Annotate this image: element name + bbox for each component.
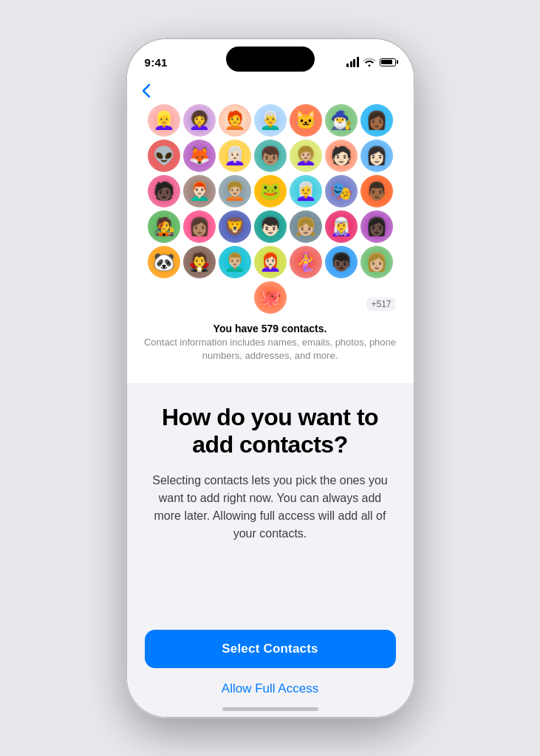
headline: How do you want to add contacts? bbox=[148, 404, 393, 458]
avatar: 👩🏽 bbox=[183, 210, 216, 243]
avatar: 🧙‍♂️ bbox=[325, 104, 358, 137]
avatar: 🧑🏼‍🦱 bbox=[219, 175, 251, 207]
avatar: 👩🏻‍🦳 bbox=[219, 140, 251, 172]
avatar: 👧🏼 bbox=[290, 210, 322, 243]
status-time: 9:41 bbox=[145, 56, 168, 69]
avatar: 🐱 bbox=[290, 104, 322, 137]
avatar: 👩‍🦳 bbox=[290, 175, 322, 207]
avatar: 👩🏼‍🦱 bbox=[290, 140, 322, 172]
avatar: 🐙 bbox=[254, 281, 287, 314]
avatar: 🧑🏿 bbox=[148, 175, 180, 207]
avatar: 👨‍🦳 bbox=[254, 104, 287, 137]
avatar: 👩🏿 bbox=[360, 210, 393, 243]
avatar: 👩🏾 bbox=[360, 104, 393, 137]
contacts-section: 👱‍♀️👩‍🦱🧑‍🦰👨‍🦳🐱🧙‍♂️👩🏾👽🦊👩🏻‍🦳👦🏽👩🏼‍🦱🧑🏻👩🏻🧑🏿👨🏻… bbox=[127, 75, 414, 383]
wifi-icon bbox=[363, 58, 375, 66]
more-badge: +517 bbox=[366, 298, 395, 311]
signal-bars-icon bbox=[346, 57, 359, 67]
avatar: 👩🏼 bbox=[360, 246, 393, 278]
select-contacts-button[interactable]: Select Contacts bbox=[145, 630, 396, 668]
home-indicator bbox=[222, 707, 318, 711]
avatar: 👨🏾 bbox=[360, 175, 393, 207]
avatar: 🧛 bbox=[183, 246, 216, 278]
avatar: 🧑🏻 bbox=[325, 140, 358, 172]
chevron-left-icon bbox=[142, 83, 151, 98]
contacts-count: You have 579 contacts. bbox=[142, 323, 399, 334]
avatar: 👩🏻‍🦰 bbox=[254, 246, 287, 278]
buttons-area: Select Contacts Allow Full Access bbox=[127, 630, 414, 717]
avatar: 🧑‍🎤 bbox=[148, 210, 180, 243]
avatar: 🧜‍♀️ bbox=[290, 246, 322, 278]
avatar: 👨🏼‍🦱 bbox=[219, 246, 251, 278]
avatar: 🐼 bbox=[148, 246, 180, 278]
avatar: 🧝‍♀️ bbox=[325, 210, 358, 243]
contacts-grid: 👱‍♀️👩‍🦱🧑‍🦰👨‍🦳🐱🧙‍♂️👩🏾👽🦊👩🏻‍🦳👦🏽👩🏼‍🦱🧑🏻👩🏻🧑🏿👨🏻… bbox=[127, 101, 414, 320]
avatar: 🦁 bbox=[219, 210, 251, 243]
battery-icon bbox=[380, 58, 396, 66]
status-icons bbox=[346, 57, 396, 67]
avatar: 🦊 bbox=[183, 140, 216, 172]
avatar: 🎭 bbox=[325, 175, 358, 207]
contacts-subtext: Contact information includes names, emai… bbox=[142, 336, 399, 362]
allow-full-access-button[interactable]: Allow Full Access bbox=[219, 678, 321, 699]
back-button[interactable] bbox=[127, 80, 414, 101]
dynamic-island bbox=[226, 47, 315, 72]
phone-frame: 9:41 bbox=[126, 38, 414, 718]
avatar: 🧑‍🦰 bbox=[219, 104, 251, 137]
avatar: 👦🏻 bbox=[254, 210, 287, 243]
avatar: 👦🏿 bbox=[325, 246, 358, 278]
avatar: 👦🏽 bbox=[254, 140, 287, 172]
avatar: 🐸 bbox=[254, 175, 287, 207]
contacts-info: You have 579 contacts. Contact informati… bbox=[127, 320, 414, 371]
avatar: 👽 bbox=[148, 140, 180, 172]
main-content: How do you want to add contacts? Selecti… bbox=[127, 383, 414, 630]
phone-screen: 9:41 bbox=[127, 39, 414, 717]
avatar: 👱‍♀️ bbox=[148, 104, 180, 137]
body-text: Selecting contacts lets you pick the one… bbox=[148, 472, 393, 543]
avatar: 👨🏻‍🦰 bbox=[183, 175, 216, 207]
avatar: 👩🏻 bbox=[360, 140, 393, 172]
avatar: 👩‍🦱 bbox=[183, 104, 216, 137]
